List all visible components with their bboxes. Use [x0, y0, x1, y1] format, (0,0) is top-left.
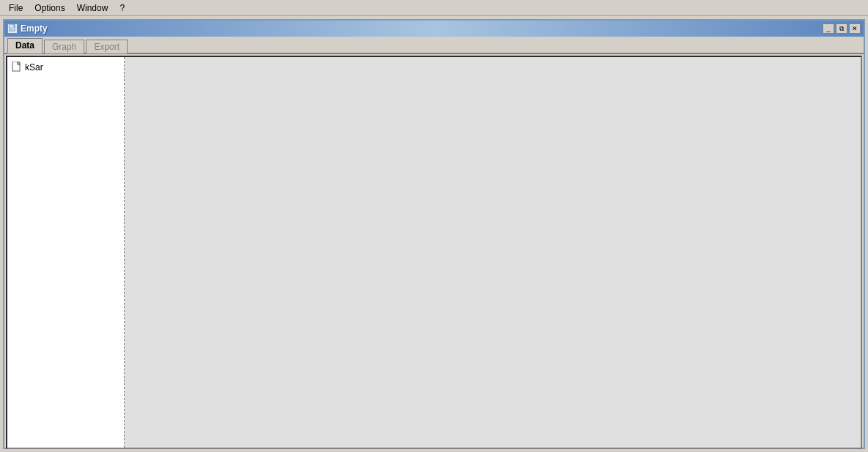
tree-item-label: kSar	[25, 62, 43, 73]
svg-rect-0	[10, 24, 15, 31]
restore-button[interactable]: ⧉	[836, 23, 847, 34]
menu-help[interactable]: ?	[114, 1, 130, 15]
file-icon	[12, 62, 22, 73]
title-bar: Empty _ ⧉ ✕	[4, 21, 864, 37]
content-area: kSar	[6, 56, 862, 449]
minimize-button[interactable]: _	[823, 23, 834, 34]
tab-bar: Data Graph Export	[4, 37, 864, 54]
window-title: Empty	[21, 23, 48, 34]
main-content	[125, 57, 861, 448]
menu-file[interactable]: File	[3, 1, 29, 15]
menu-bar: File Options Window ?	[0, 0, 868, 16]
menu-options[interactable]: Options	[29, 1, 70, 15]
tab-export[interactable]: Export	[86, 40, 128, 53]
close-button[interactable]: ✕	[849, 23, 861, 34]
menu-window[interactable]: Window	[71, 1, 114, 15]
title-bar-left: Empty	[7, 23, 48, 34]
tree-panel: kSar	[7, 57, 125, 448]
title-bar-controls: _ ⧉ ✕	[823, 23, 861, 34]
tab-graph[interactable]: Graph	[44, 40, 84, 53]
tree-item-ksar[interactable]: kSar	[9, 60, 122, 75]
tab-data[interactable]: Data	[7, 38, 43, 53]
app-icon	[7, 23, 18, 34]
app-window: Empty _ ⧉ ✕ Data Graph Export	[3, 19, 865, 449]
